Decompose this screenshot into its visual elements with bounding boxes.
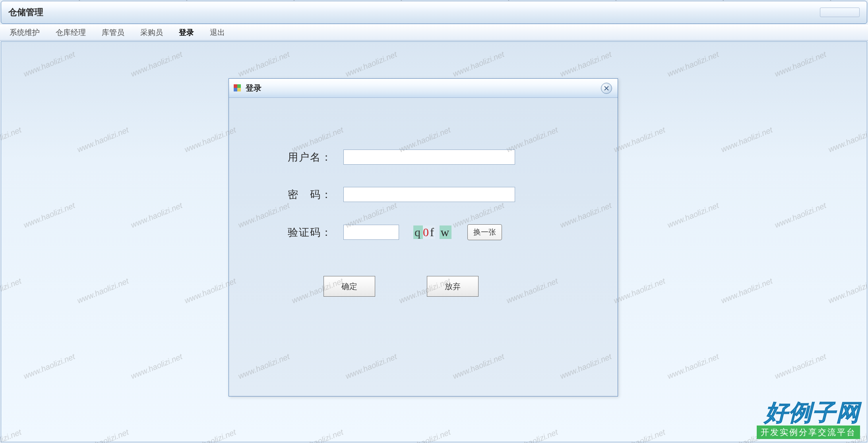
captcha-image: q 0 f w: [412, 225, 453, 239]
form-icon: [234, 84, 242, 92]
workspace: 登录 用户名： 密 码： 验证码：: [1, 41, 867, 442]
username-input[interactable]: [343, 150, 515, 165]
captcha-row: 验证码： q 0 f w 换一张: [229, 224, 618, 240]
brand-sub-text: 开发实例分享交流平台: [757, 426, 860, 439]
password-label: 密 码：: [288, 188, 343, 202]
menu-system-maintenance[interactable]: 系统维护: [6, 26, 43, 39]
app-title: 仓储管理: [8, 6, 43, 18]
cancel-button[interactable]: 放弃: [427, 276, 479, 297]
menu-storekeeper[interactable]: 库管员: [99, 26, 128, 39]
captcha-char-4: w: [440, 225, 452, 239]
password-row: 密 码：: [229, 187, 618, 202]
login-dialog: 登录 用户名： 密 码： 验证码：: [229, 78, 618, 396]
captcha-char-3: f: [430, 225, 435, 239]
menu-login[interactable]: 登录: [176, 26, 197, 39]
menubar: 系统维护 仓库经理 库管员 采购员 登录 退出: [0, 25, 868, 41]
dialog-title: 登录: [246, 83, 262, 93]
brand-main-text: 好例子网: [757, 401, 860, 424]
captcha-input[interactable]: [343, 225, 399, 240]
captcha-char-2: 0: [423, 225, 430, 239]
ok-button[interactable]: 确定: [324, 276, 375, 297]
titlebar-controls: [820, 8, 860, 17]
menu-warehouse-manager[interactable]: 仓库经理: [52, 26, 89, 39]
dialog-titlebar[interactable]: 登录: [229, 79, 618, 98]
captcha-label: 验证码：: [288, 225, 343, 239]
captcha-char-1: q: [413, 225, 423, 239]
main-titlebar: 仓储管理: [1, 1, 867, 24]
titlebar-control-button[interactable]: [820, 8, 860, 17]
brand-logo: 好例子网 开发实例分享交流平台: [757, 401, 860, 439]
menu-purchaser[interactable]: 采购员: [137, 26, 166, 39]
button-row: 确定 放弃: [229, 276, 618, 297]
dialog-body: 用户名： 密 码： 验证码： q 0 f w 换一张: [229, 98, 618, 396]
username-label: 用户名：: [288, 150, 343, 164]
close-icon: [604, 86, 609, 91]
close-button[interactable]: [601, 83, 612, 94]
refresh-captcha-button[interactable]: 换一张: [467, 224, 502, 240]
password-input[interactable]: [343, 187, 515, 202]
username-row: 用户名：: [229, 150, 618, 165]
menu-exit[interactable]: 退出: [207, 26, 228, 39]
